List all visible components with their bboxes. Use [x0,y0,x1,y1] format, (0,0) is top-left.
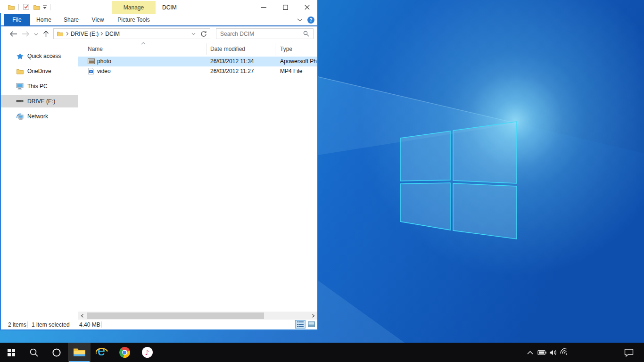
sidebar-item-drive-e[interactable]: DRIVE (E:) [1,95,78,107]
titlebar: Manage DCIM [0,0,318,14]
file-row-photo[interactable]: photo 26/03/2012 11:34 Apowersoft Pho [78,57,317,66]
ribbon-collapse-icon[interactable] [297,18,303,22]
file-date: 26/03/2012 11:27 [210,66,276,76]
sidebar-item-quick-access[interactable]: Quick access [1,50,78,62]
file-type: Apowersoft Pho [280,57,317,66]
wifi-icon [559,346,571,358]
tab-home[interactable]: Home [30,14,58,25]
qat-separator [50,4,50,10]
recent-locations-icon[interactable] [34,33,38,36]
tab-picture-tools[interactable]: Picture Tools [112,14,156,25]
status-item-count: 2 items [8,321,26,328]
sidebar-item-network[interactable]: Network [1,110,78,123]
sidebar-item-label: DRIVE (E:) [27,98,55,105]
taskbar-file-explorer-button[interactable] [68,343,91,362]
sidebar-item-label: OneDrive [27,68,51,74]
status-selection: 1 item selected [32,321,70,328]
sidebar-item-onedrive[interactable]: OneDrive [1,65,78,77]
qat-separator [18,4,19,10]
sidebar-item-label: This PC [27,83,48,90]
forward-button[interactable] [22,31,30,37]
window-border-right [317,0,318,330]
help-icon[interactable]: ? [307,16,314,24]
tab-share[interactable]: Share [58,14,85,25]
scrollbar-thumb[interactable] [87,313,264,319]
close-button[interactable] [296,0,318,14]
maximize-button[interactable] [274,0,296,14]
column-separator[interactable] [275,43,275,55]
breadcrumb-item-drive[interactable]: DRIVE (E:) [69,31,100,37]
this-pc-icon [16,82,24,90]
network-icon [16,113,24,120]
address-folder-icon [57,31,63,36]
windows-logo-icon [8,349,15,356]
navigation-pane: Quick access OneDrive This PC DRIVE (E:)… [1,41,78,312]
taskbar-internet-explorer-button[interactable]: e [91,343,113,362]
file-explorer-window: Manage DCIM File Home Share View Picture… [0,0,318,330]
ribbon-tabs: File Home Share View Picture Tools ? [0,14,318,25]
window-title: DCIM [162,4,177,11]
file-name: video [97,66,201,76]
taskbar-search-button[interactable] [23,343,45,362]
explorer-window-icon [8,4,15,10]
image-file-icon [88,58,95,64]
sidebar-item-label: Network [27,113,48,120]
pane-divider [78,42,78,312]
column-header-date[interactable]: Date modified [210,43,245,55]
column-header-name[interactable]: Name [88,43,103,55]
qat-newfolder-icon[interactable] [33,4,40,10]
file-type: MP4 File [280,66,317,76]
details-view-button[interactable] [295,320,305,329]
minimize-button[interactable] [253,0,274,14]
tray-battery[interactable] [537,343,548,362]
search-icon[interactable] [303,31,309,37]
taskbar-itunes-button[interactable]: ♪ [136,343,158,362]
scroll-left-icon[interactable] [81,314,84,318]
tab-file[interactable]: File [4,14,30,25]
start-button[interactable] [0,343,23,362]
tab-manage[interactable]: Manage [112,1,156,14]
tray-volume[interactable] [548,343,559,362]
drive-icon [16,98,24,105]
taskbar-chrome-button[interactable] [113,343,136,362]
file-row-video[interactable]: video 26/03/2012 11:27 MP4 File [78,66,317,76]
column-header-type[interactable]: Type [280,43,292,55]
tab-view[interactable]: View [85,14,111,25]
up-button[interactable] [43,30,49,37]
search-placeholder: Search DCIM [220,31,303,37]
window-border-bottom [0,329,318,330]
tray-wifi[interactable] [559,343,570,362]
battery-icon [537,349,547,356]
address-dropdown-icon[interactable] [191,33,196,35]
chat-bubble-icon [624,348,634,357]
refresh-icon[interactable] [200,31,207,37]
action-center-button[interactable] [622,343,636,362]
file-name: photo [97,57,201,66]
internet-explorer-icon: e [96,346,108,359]
horizontal-scrollbar[interactable] [78,312,317,320]
chrome-icon [119,347,130,358]
column-separator[interactable] [206,43,207,55]
onedrive-icon [16,67,24,75]
cortana-button[interactable] [45,343,68,362]
address-bar[interactable]: DRIVE (E:) DCIM [53,28,210,39]
search-box[interactable]: Search DCIM [216,28,314,39]
sort-ascending-icon [141,42,146,45]
itunes-icon: ♪ [142,347,153,358]
status-separator [101,321,102,328]
qat-customize-icon[interactable] [42,5,47,9]
tray-show-hidden-icons[interactable] [524,343,536,362]
status-bar: 2 items 1 item selected 4.40 MB [1,320,317,329]
cortana-icon [52,348,61,357]
sidebar-item-this-pc[interactable]: This PC [1,80,78,92]
sidebar-item-label: Quick access [27,53,61,59]
search-icon [29,348,39,357]
back-button[interactable] [9,31,17,37]
thumbnail-view-button[interactable] [306,321,316,328]
chevron-up-icon [527,350,534,355]
quick-access-star-icon [16,52,24,60]
qat-properties-icon[interactable] [23,4,29,10]
window-border-left [0,13,1,330]
breadcrumb-item-dcim[interactable]: DCIM [103,31,122,37]
scroll-right-icon[interactable] [312,314,315,318]
